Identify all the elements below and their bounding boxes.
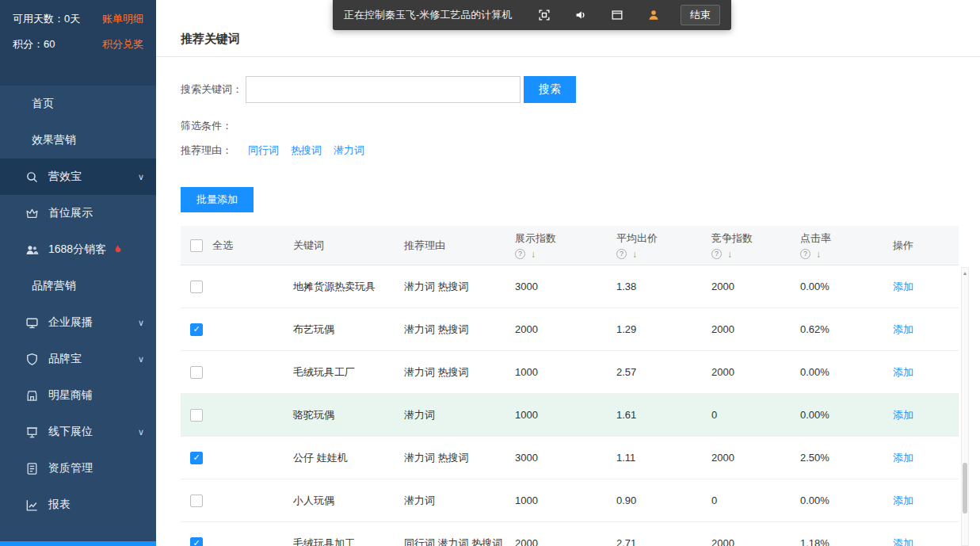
competition-index-cell: 2000 xyxy=(711,537,800,546)
sidebar-item-star-shop[interactable]: 明星商铺 xyxy=(0,377,156,414)
points-stat-row: 积分：60 积分兑奖 xyxy=(13,35,143,54)
remote-bar-icons xyxy=(536,7,662,23)
ctr-cell: 0.00% xyxy=(800,409,882,421)
row-checkbox[interactable] xyxy=(190,409,203,422)
chart-icon xyxy=(25,498,39,512)
table-row: 小人玩偶 潜力词 1000 0.90 0 0.00% 添加 xyxy=(181,479,959,522)
table-row: 布艺玩偶 潜力词 热搜词 2000 1.29 2000 0.62% 添加 xyxy=(181,308,959,351)
chevron-down-icon: ∨ xyxy=(138,354,144,365)
avg-price-cell: 2.71 xyxy=(616,537,711,546)
reason-link-potential-word[interactable]: 潜力词 xyxy=(334,143,364,158)
display-index-cell: 1000 xyxy=(515,409,616,421)
sidebar-item-label: 营效宝 xyxy=(48,170,82,184)
select-all-checkbox[interactable] xyxy=(190,239,203,252)
screen-share-icon[interactable] xyxy=(536,7,552,23)
row-checkbox[interactable] xyxy=(190,537,203,546)
scroll-up-icon[interactable]: ▲ xyxy=(962,270,968,276)
sidebar-item-label: 报表 xyxy=(48,498,71,512)
bill-detail-link[interactable]: 账单明细 xyxy=(102,12,143,26)
remote-control-message: 正在控制秦玉飞-米修工艺品的计算机 xyxy=(344,8,512,22)
magnifier-icon xyxy=(25,170,39,184)
sidebar-item-1688-distribution[interactable]: 1688分销客 xyxy=(0,231,156,268)
row-checkbox[interactable] xyxy=(190,366,203,379)
remote-control-bar: 正在控制秦玉飞-米修工艺品的计算机 结束 xyxy=(333,0,731,30)
display-index-cell: 3000 xyxy=(515,452,616,464)
help-icon[interactable]: ? xyxy=(616,249,627,259)
add-link[interactable]: 添加 xyxy=(893,409,913,421)
add-link[interactable]: 添加 xyxy=(893,452,913,464)
sidebar-item-yingxiaobao[interactable]: 营效宝 ∨ xyxy=(0,158,156,195)
row-checkbox[interactable] xyxy=(190,323,203,336)
sidebar-item-label: 1688分销客 xyxy=(48,242,106,257)
points-label: 积分：60 xyxy=(13,37,55,52)
search-button[interactable]: 搜索 xyxy=(524,76,576,103)
sidebar-item-brand-bao[interactable]: 品牌宝 ∨ xyxy=(0,341,156,377)
sort-desc-icon[interactable]: ↓ xyxy=(816,249,821,260)
sidebar-item-label: 线下展位 xyxy=(48,425,93,439)
batch-add-button[interactable]: 批量添加 xyxy=(181,187,254,212)
help-icon[interactable]: ? xyxy=(711,249,722,259)
sidebar-item-label: 资质管理 xyxy=(48,461,93,475)
sidebar-section-effect-marketing: 效果营销 xyxy=(0,122,156,158)
help-icon[interactable]: ? xyxy=(800,249,810,259)
chevron-down-icon: ∨ xyxy=(138,172,144,182)
reason-cell: 潜力词 热搜词 xyxy=(404,280,515,294)
row-checkbox[interactable] xyxy=(190,494,203,507)
add-link[interactable]: 添加 xyxy=(893,323,913,335)
scrollbar-thumb[interactable] xyxy=(963,463,967,514)
add-link[interactable]: 添加 xyxy=(893,494,913,506)
add-link[interactable]: 添加 xyxy=(893,537,913,546)
sort-desc-icon[interactable]: ↓ xyxy=(632,249,637,260)
reason-row: 推荐理由： 同行词 热搜词 潜力词 xyxy=(181,143,364,158)
table-scrollbar[interactable]: ▲ xyxy=(961,267,969,546)
sidebar-item-offline-booth[interactable]: 线下展位 ∨ xyxy=(0,414,156,450)
ctr-cell: 2.50% xyxy=(800,452,882,464)
competition-index-cell: 0 xyxy=(711,409,800,421)
monitor-icon xyxy=(25,316,39,330)
help-icon[interactable]: ? xyxy=(515,249,525,259)
table-row: 公仔 娃娃机 潜力词 热搜词 3000 1.11 2000 2.50% 添加 xyxy=(181,437,959,479)
avg-price-cell: 1.11 xyxy=(616,452,711,464)
sidebar-item-label: 企业展播 xyxy=(48,315,93,330)
reason-link-hot-search-word[interactable]: 热搜词 xyxy=(291,143,322,158)
column-header-competition-index: 竞争指数 ? ↓ xyxy=(711,231,800,260)
sidebar-section-label: 品牌营销 xyxy=(32,279,76,293)
window-icon[interactable] xyxy=(609,7,625,23)
column-header-ctr: 点击率 ? ↓ xyxy=(800,231,882,260)
reason-link-peer-word[interactable]: 同行词 xyxy=(248,143,279,158)
sidebar-item-home[interactable]: 首页 xyxy=(0,86,156,122)
end-control-button[interactable]: 结束 xyxy=(681,5,720,25)
sort-desc-icon[interactable]: ↓ xyxy=(727,249,732,260)
document-icon xyxy=(25,462,39,475)
available-days-label: 可用天数：0天 xyxy=(13,12,80,26)
sidebar-item-first-position[interactable]: 首位展示 xyxy=(0,195,156,231)
competition-index-cell: 2000 xyxy=(711,323,800,335)
display-index-cell: 1000 xyxy=(515,366,616,378)
sidebar-item-label: 首位展示 xyxy=(48,206,93,220)
add-link[interactable]: 添加 xyxy=(893,366,913,378)
sidebar-item-report[interactable]: 报表 xyxy=(0,487,156,523)
add-link[interactable]: 添加 xyxy=(893,281,913,292)
row-checkbox[interactable] xyxy=(190,452,203,464)
sidebar-item-qualification[interactable]: 资质管理 xyxy=(0,450,156,487)
booth-icon xyxy=(25,426,39,439)
ctr-cell: 0.00% xyxy=(800,281,882,292)
table-row: 毛绒玩具工厂 潜力词 热搜词 1000 2.57 2000 0.00% 添加 xyxy=(181,351,959,394)
display-index-cell: 1000 xyxy=(515,494,616,506)
search-input[interactable] xyxy=(246,76,521,103)
row-checkbox[interactable] xyxy=(190,281,203,293)
search-row: 搜索关键词： 搜索 xyxy=(181,76,576,103)
ctr-cell: 1.18% xyxy=(800,537,882,546)
user-icon[interactable] xyxy=(646,7,662,23)
sidebar-section-label: 效果营销 xyxy=(32,133,76,147)
points-redeem-link[interactable]: 积分兑奖 xyxy=(102,37,143,52)
avg-price-cell: 1.38 xyxy=(616,281,711,292)
storefront-icon xyxy=(25,389,39,403)
main-content: 推荐关键词 搜索关键词： 搜索 筛选条件： 推荐理由： 同行词 热搜词 潜力词 … xyxy=(156,0,980,546)
display-index-cell: 3000 xyxy=(515,281,616,292)
speaker-icon[interactable] xyxy=(573,7,589,23)
sidebar-item-enterprise-broadcast[interactable]: 企业展播 ∨ xyxy=(0,304,156,341)
sort-desc-icon[interactable]: ↓ xyxy=(531,249,536,260)
column-header-reason: 推荐理由 xyxy=(404,239,515,253)
competition-index-cell: 2000 xyxy=(711,281,800,292)
